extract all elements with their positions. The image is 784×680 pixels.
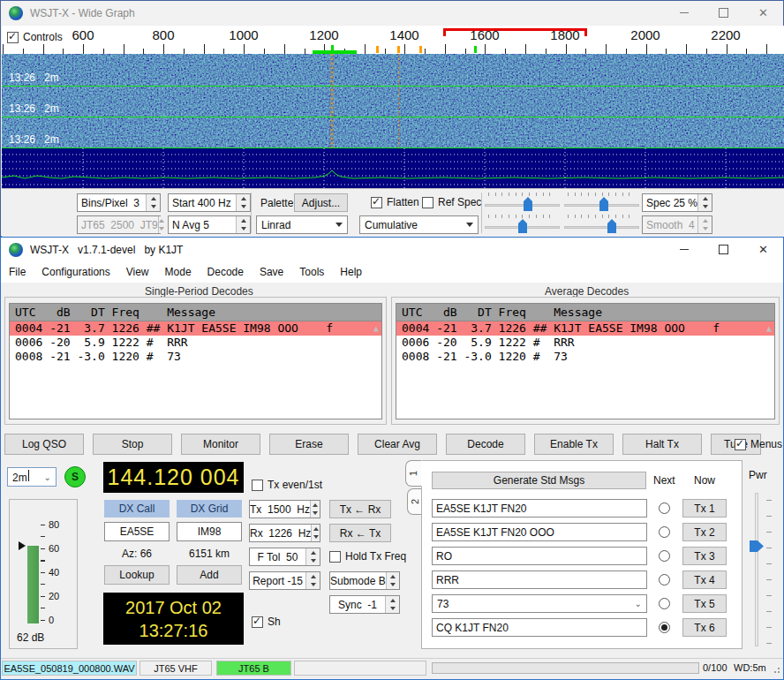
slider-handle[interactable] [524,197,532,211]
rx-freq-spinbox[interactable]: Rx 1226 Hz [249,524,320,542]
band-combobox[interactable]: 2m ⌄ [7,467,57,487]
zero-slider-1[interactable] [564,193,639,212]
display-mode-combobox[interactable]: Cumulative [359,215,479,234]
scroll-up-icon[interactable]: ▲ [373,323,379,333]
menu-mode[interactable]: Mode [157,262,200,282]
spin-arrows-icon[interactable] [310,501,320,518]
tx-even-checkbox[interactable]: Tx even/1st [252,479,322,491]
controls-checkbox[interactable]: Controls [7,31,63,43]
close-button[interactable]: ✕ [743,238,783,261]
add-button[interactable]: Add [177,565,242,585]
flatten-checkbox[interactable]: Flatten [371,196,419,208]
slider-handle[interactable] [518,219,527,233]
sync-spinbox[interactable]: Sync -1 [329,595,400,614]
n-avg-spinbox[interactable]: N Avg 5 [168,215,251,234]
clear-avg-button[interactable]: Clear Avg [358,434,437,455]
bins-pixel-spinbox[interactable]: Bins/Pixel 3 [77,193,161,212]
menu-help[interactable]: Help [332,262,370,282]
menu-configurations[interactable]: Configurations [34,262,117,282]
dx-grid-field[interactable]: IM98 [177,522,242,541]
maximize-button[interactable] [704,238,743,261]
minimize-button[interactable] [664,238,704,261]
tx5-now-button[interactable]: Tx 5 [682,594,727,613]
close-button[interactable]: ✕ [743,1,783,25]
f-tol-spinbox[interactable]: F Tol 50 [249,548,320,566]
palette-combobox[interactable]: Linrad [256,215,348,234]
report-spinbox[interactable]: Report -15 [249,571,320,590]
generate-std-msgs-button[interactable]: Generate Std Msgs [432,472,646,489]
pwr-slider-track[interactable] [755,493,758,646]
tx5-message-combobox[interactable]: 73 ⌄ [432,594,647,613]
spin-arrows-icon[interactable] [697,194,712,211]
zero-slider-2[interactable] [564,215,639,234]
start-hz-spinbox[interactable]: Start 400 Hz [168,193,251,212]
decode-row[interactable]: 0004 -21 3.7 1226 ## K1JT EA5SE IM98 OOO… [10,321,381,336]
stop-button[interactable]: Stop [93,434,172,455]
gain-slider-2[interactable] [485,215,560,234]
single-period-list[interactable]: UTC dB DT Freq Message 0004 -21 3.7 1226… [9,303,382,419]
spin-arrows-icon[interactable] [236,194,250,211]
average-list[interactable]: UTC dB DT Freq Message 0004 -21 3.7 1226… [396,303,775,419]
scroll-up-icon[interactable]: ▲ [766,323,772,333]
spin-arrows-icon[interactable] [385,596,399,613]
tx1-next-radio[interactable] [659,502,670,514]
tx1-message-field[interactable]: EA5SE K1JT FN20 [432,499,647,518]
submode-spinbox[interactable]: Submode B [329,571,400,590]
tab-2[interactable]: 2 [407,488,422,515]
spin-arrows-icon[interactable] [311,525,320,541]
adjust-button[interactable]: Adjust... [294,193,348,212]
decode-row[interactable]: 0004 -21 3.7 1226 ## K1JT EA5SE IM98 OOO… [396,321,774,336]
resize-grip[interactable] [772,665,780,674]
menu-file[interactable]: File [1,262,34,282]
decode-row[interactable]: 0006 -20 5.9 1222 # RRR [396,336,774,350]
tx6-next-radio[interactable] [659,622,670,633]
menu-tools[interactable]: Tools [291,262,332,282]
halt-tx-button[interactable]: Halt Tx [622,434,702,455]
tx-from-rx-button[interactable]: Tx ← Rx [329,500,391,518]
gain-slider-1[interactable] [485,193,560,212]
log-qso-button[interactable]: Log QSO [4,434,84,455]
maximize-button[interactable] [704,1,743,25]
spin-arrows-icon[interactable] [386,572,399,589]
tx3-message-field[interactable]: RO [432,547,647,565]
rx-from-tx-button[interactable]: Rx ← Tx [329,524,391,542]
tx6-message-field[interactable]: CQ K1JT FN20 [432,618,647,637]
decode-row[interactable]: 0008 -21 -3.0 1220 # 73 [396,350,774,364]
frequency-scale[interactable]: Controls 600 800 1000 1200 1400 1600 180… [2,26,784,54]
spin-arrows-icon[interactable] [305,548,320,565]
minimize-button[interactable] [664,1,704,25]
enable-tx-button[interactable]: Enable Tx [534,434,614,455]
tab-1[interactable]: 1 [405,460,422,487]
tx2-now-button[interactable]: Tx 2 [682,523,727,541]
tx2-next-radio[interactable] [659,526,670,538]
slider-handle[interactable] [599,197,608,211]
decode-button[interactable]: Decode [446,434,525,455]
tx-freq-spinbox[interactable]: Tx 1500 Hz [249,500,320,518]
menus-checkbox[interactable]: Menus [735,438,782,450]
tx6-now-button[interactable]: Tx 6 [682,618,727,637]
dx-call-field[interactable]: EA5SE [104,522,170,541]
tx4-now-button[interactable]: Tx 4 [682,570,727,589]
menu-save[interactable]: Save [252,262,291,282]
tx1-now-button[interactable]: Tx 1 [682,499,727,518]
spin-arrows-icon[interactable] [305,572,320,589]
decode-row[interactable]: 0008 -21 -3.0 1220 # 73 [10,350,381,364]
tx4-next-radio[interactable] [659,574,670,586]
menu-view[interactable]: View [118,262,157,282]
waterfall[interactable]: 13:26 2m 13:26 2m 13:26 2m [2,54,784,148]
sh-checkbox[interactable]: Sh [252,616,281,628]
spin-arrows-icon[interactable] [236,216,250,233]
monitor-button[interactable]: Monitor [181,434,260,455]
spec-percent-spinbox[interactable]: Spec 25 % [642,193,712,212]
decode-row[interactable]: 0006 -20 5.9 1222 # RRR [10,336,381,350]
tx3-next-radio[interactable] [659,550,670,562]
tx4-message-field[interactable]: RRR [432,570,647,589]
lookup-button[interactable]: Lookup [104,565,170,585]
spin-arrows-icon[interactable] [146,194,160,211]
slider-handle[interactable] [607,219,616,233]
tx5-next-radio[interactable] [659,598,670,609]
hold-tx-freq-checkbox[interactable]: Hold Tx Freq [329,550,406,563]
tx3-now-button[interactable]: Tx 3 [682,547,727,565]
erase-button[interactable]: Erase [269,434,349,455]
ref-spec-checkbox[interactable]: Ref Spec [422,196,481,208]
